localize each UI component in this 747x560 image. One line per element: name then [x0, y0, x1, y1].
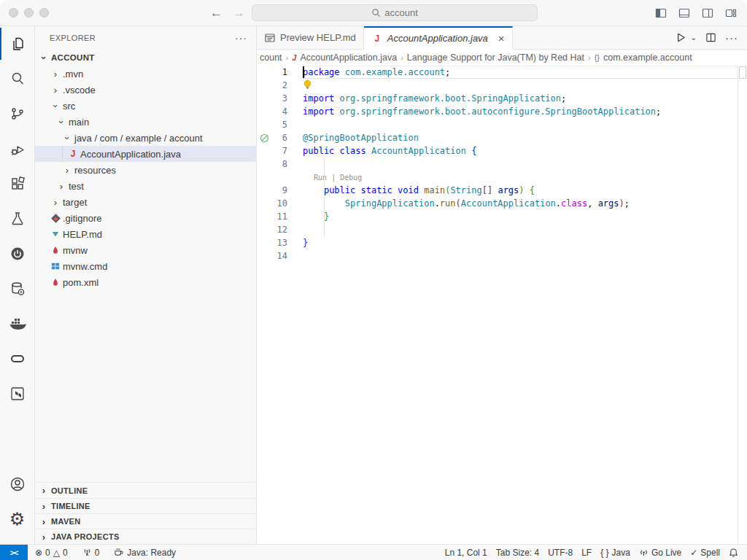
tree-item-target[interactable]: ›target [35, 194, 256, 210]
sidebar-section-timeline[interactable]: ›TIMELINE [35, 498, 256, 513]
explorer-icon[interactable] [0, 26, 35, 61]
code-line-14[interactable]: 14 [257, 249, 738, 262]
code-line-6[interactable]: 6@SpringBootApplication [257, 131, 738, 144]
tree-item-mvnw-cmd[interactable]: mvnw.cmd [35, 258, 256, 274]
split-editor-icon[interactable] [705, 32, 716, 43]
code-line-5[interactable]: 5 [257, 118, 738, 131]
run-java-icon[interactable] [676, 32, 686, 43]
tree-item-resources[interactable]: ›resources [35, 162, 256, 178]
code-line-4[interactable]: 4import org.springframework.boot.autocon… [257, 105, 738, 118]
tree-item-label: src [63, 101, 75, 112]
editor-actions: ⌄ ··· [676, 26, 747, 49]
code-line-10[interactable]: 10 SpringApplication.run(AccountApplicat… [257, 197, 738, 210]
code-line-11[interactable]: 11 } [257, 210, 738, 223]
code-line-9[interactable]: 9 public static void main(String[] args)… [257, 184, 738, 197]
line-number: 9 [271, 185, 287, 195]
codelens-run-debug[interactable]: Run | Debug [303, 174, 362, 182]
file-tree: ›.mvn›.vscode›src›main›java / com / exam… [35, 66, 256, 482]
code-line-7[interactable]: 7public class AccountApplication { [257, 144, 738, 158]
codelens-row[interactable]: Run | Debug [257, 171, 738, 184]
indentation[interactable]: Tab Size: 4 [492, 545, 543, 560]
code-line-1[interactable]: 1package com.example.account; [257, 66, 738, 79]
run-debug-icon[interactable] [0, 131, 35, 166]
sidebar-section-java-projects[interactable]: ›JAVA PROJECTS [35, 529, 256, 544]
tree-item-help-md[interactable]: HELP.md [35, 226, 256, 242]
toggle-panel-icon[interactable] [678, 7, 690, 19]
sidebar-section-outline[interactable]: ›OUTLINE [35, 483, 256, 498]
braces-icon: { } [600, 548, 608, 558]
close-tab-icon[interactable]: × [498, 33, 505, 44]
tree-root-account[interactable]: › ACCOUNT [35, 50, 256, 66]
ports-status[interactable]: 0 [78, 545, 104, 560]
chevron-collapsed-icon: › [50, 85, 61, 96]
tree-item-accountapplication-java[interactable]: JAccountApplication.java [35, 146, 256, 162]
tree-item-main[interactable]: ›main [35, 114, 256, 130]
breadcrumb-language-support[interactable]: Language Support for Java(TM) by Red Hat [407, 52, 584, 63]
extensions-icon[interactable] [0, 166, 35, 201]
accounts-icon[interactable] [0, 467, 35, 502]
eol-sequence[interactable]: LF [577, 545, 596, 560]
minimize-window-button[interactable] [24, 8, 34, 18]
remote-indicator[interactable]: >< [0, 545, 28, 560]
cursor-position[interactable]: Ln 1, Col 1 [441, 545, 492, 560]
encoding[interactable]: UTF-8 [543, 545, 577, 560]
chevron-expanded-icon: › [62, 132, 73, 144]
toggle-secondary-sidebar-icon[interactable] [702, 7, 713, 19]
language-label: Java [612, 548, 630, 558]
run-dropdown-chevron-icon[interactable]: ⌄ [691, 34, 697, 42]
search-view-icon[interactable] [0, 61, 35, 96]
tree-item-vscode[interactable]: ›.vscode [35, 82, 256, 98]
code-line-12[interactable]: 12 [257, 223, 738, 236]
command-center[interactable]: account [252, 4, 538, 21]
spell-label: Spell [700, 548, 720, 558]
tab-accountapplication-java[interactable]: J AccountApplication.java × [364, 26, 513, 49]
close-window-button[interactable] [9, 8, 18, 18]
settings-gear-icon[interactable]: ⚙ [0, 502, 35, 537]
tree-item-mvn[interactable]: ›.mvn [35, 66, 256, 82]
spell-checker[interactable]: ✓ Spell [686, 545, 724, 560]
more-actions-icon[interactable]: ··· [725, 31, 738, 44]
problems-status[interactable]: ⊗ 0 △ 0 [31, 545, 72, 560]
tree-item-src[interactable]: ›src [35, 98, 256, 114]
tree-item-mvnw[interactable]: mvnw [35, 242, 256, 258]
code-editor[interactable]: 1package com.example.account;23import or… [257, 66, 747, 544]
tree-item-gitignore[interactable]: .gitignore [35, 210, 256, 226]
layout-controls [655, 7, 737, 19]
code-line-3[interactable]: 3import org.springframework.boot.SpringA… [257, 92, 738, 105]
tree-item-pom-xml[interactable]: pom.xml [35, 274, 256, 290]
testing-icon[interactable] [0, 201, 35, 236]
chevron-expanded-icon: › [56, 116, 67, 128]
back-icon[interactable]: ← [210, 6, 222, 20]
code-line-2[interactable]: 2 [257, 79, 738, 92]
customize-layout-icon[interactable] [725, 7, 737, 19]
terraform-icon[interactable] [0, 376, 35, 411]
zoom-window-button[interactable] [39, 8, 49, 18]
overview-ruler[interactable] [738, 66, 747, 544]
forward-icon[interactable]: → [233, 6, 245, 20]
tree-item-java-com-example-account[interactable]: ›java / com / example / account [35, 130, 256, 146]
code-line-13[interactable]: 13} [257, 236, 738, 249]
source-control-icon[interactable] [0, 96, 35, 131]
section-label: MAVEN [51, 517, 80, 526]
toggle-primary-sidebar-icon[interactable] [655, 7, 667, 19]
tree-item-label: mvnw [63, 245, 88, 256]
language-mode[interactable]: { } Java [596, 545, 635, 560]
tree-item-test[interactable]: ›test [35, 178, 256, 194]
code-line-8[interactable]: 8 [257, 158, 738, 171]
breadcrumb-package[interactable]: com.example.account [603, 52, 692, 63]
docker-icon[interactable] [0, 306, 35, 341]
oval-tool-icon[interactable] [0, 341, 35, 376]
database-icon[interactable] [0, 271, 35, 306]
go-live-button[interactable]: Go Live [635, 545, 686, 560]
sidebar-section-maven[interactable]: ›MAVEN [35, 513, 256, 529]
tab-preview-help-md[interactable]: Preview HELP.md [257, 26, 364, 49]
explorer-sidebar: EXPLORER ··· › ACCOUNT ›.mvn›.vscode›src… [35, 26, 257, 544]
java-status[interactable]: Java: Ready [109, 545, 180, 560]
chevron-collapsed-icon: › [55, 181, 67, 192]
lightbulb-icon[interactable] [303, 79, 312, 90]
explorer-more-actions-icon[interactable]: ··· [235, 32, 247, 44]
breadcrumb-folder[interactable]: count [260, 52, 282, 63]
breadcrumb-file[interactable]: AccountApplication.java [300, 52, 397, 63]
notifications-bell[interactable] [724, 545, 743, 560]
spring-boot-icon[interactable] [0, 236, 35, 271]
